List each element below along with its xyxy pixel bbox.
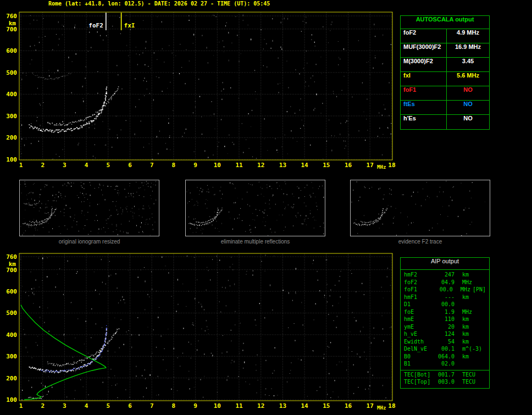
aip-row-label: Ewidth <box>404 339 435 346</box>
svg-text:300: 300 <box>6 353 17 360</box>
aip-row-unit: km <box>462 353 469 361</box>
thumbnail-evidence-f2-trace <box>350 180 490 236</box>
svg-text:1: 1 <box>19 162 23 169</box>
thumbnail-evidence-f2-trace-canvas <box>351 180 490 236</box>
autoscala-row-value: NO <box>447 115 489 129</box>
aip-row-label: TEC[Bot] <box>404 372 435 379</box>
aip-row-unit: km <box>462 316 469 324</box>
aip-row-label: DelN_vE <box>404 346 435 353</box>
aip-row-ewidth: Ewidth 54 km <box>401 339 489 346</box>
svg-text:18: 18 <box>388 162 395 169</box>
autoscala-row-muf3000f2: MUF(3000)F2 16.9 MHz <box>401 43 489 58</box>
svg-text:9: 9 <box>193 162 197 169</box>
aip-row-foe: foE 1.9 MHz <box>401 309 489 317</box>
aip-row-label: foE <box>404 309 435 317</box>
svg-text:300: 300 <box>6 113 17 120</box>
svg-text:fxI: fxI <box>124 22 135 29</box>
svg-text:12: 12 <box>257 402 264 410</box>
aip-row-label: D1 <box>404 301 435 309</box>
thumbnail-original-ionogram <box>19 180 159 236</box>
svg-text:11: 11 <box>235 162 243 169</box>
autoscala-row-value: NO <box>447 86 489 100</box>
aip-row-b0: B0 064.0 km <box>401 353 489 361</box>
aip-row-label: h_vE <box>404 331 435 339</box>
aip-row-b1: B1 02.0 <box>401 361 489 368</box>
autoscala-panel-title: AUTOSCALA output <box>401 16 489 29</box>
aip-row-label: B1 <box>404 361 435 368</box>
svg-text:7: 7 <box>150 162 154 169</box>
aip-row-value: 00.0 <box>434 286 453 294</box>
svg-text:15: 15 <box>323 162 330 169</box>
svg-text:MHz: MHz <box>377 164 386 170</box>
aip-row-label: foF1 <box>404 286 434 294</box>
aip-row-tec-bot: TEC[Bot] 001.7 TECU <box>401 372 489 379</box>
aip-row-delnve: DelN_vE 00.1 m^(-3) <box>401 346 489 353</box>
thumbnail-eliminate-reflections-canvas <box>186 180 325 236</box>
aip-row-value: 064.0 <box>435 353 455 361</box>
svg-text:10: 10 <box>214 402 221 410</box>
aip-row-hme: hmE 110 km <box>401 316 489 324</box>
svg-text:6: 6 <box>128 162 132 169</box>
aip-row-label: ymE <box>404 324 435 331</box>
aip-row-unit: km <box>462 272 469 279</box>
svg-text:100: 100 <box>6 156 17 163</box>
autoscala-row-value: 3.45 <box>447 58 489 71</box>
svg-text:600: 600 <box>6 288 17 295</box>
autoscala-row-label: h'Es <box>401 115 447 129</box>
svg-text:200: 200 <box>6 134 17 141</box>
svg-text:17: 17 <box>367 402 374 410</box>
svg-text:km: km <box>9 20 16 27</box>
svg-text:4: 4 <box>85 162 88 169</box>
thumbnail-caption-original: original ionogram resized <box>19 239 159 245</box>
autoscala-row-m3000f2: M(3000)F2 3.45 <box>401 58 489 72</box>
aip-row-hmf2: hmF2 247 km <box>401 272 489 279</box>
aip-row-value: 02.0 <box>435 361 455 368</box>
thumbnail-original-ionogram-canvas <box>20 180 159 236</box>
aip-row-d1: D1 00.0 <box>401 301 489 309</box>
aip-row-fof2: foF2 04.9 MHz <box>401 279 489 287</box>
aip-row-label: hmF1 <box>404 294 435 302</box>
autoscala-row-label: foF1 <box>401 86 447 100</box>
aip-row-unit: MHz <box>462 309 472 317</box>
autoscala-row-label: foF2 <box>401 29 447 43</box>
svg-text:2: 2 <box>41 402 45 410</box>
aip-row-hmf1: hmF1 --- km <box>401 294 489 302</box>
svg-text:14: 14 <box>301 162 308 169</box>
svg-text:16: 16 <box>345 402 352 410</box>
aip-row-label: hmE <box>404 316 435 324</box>
svg-text:600: 600 <box>6 47 17 54</box>
svg-text:9: 9 <box>193 402 197 410</box>
autoscala-row-value: 4.9 MHz <box>447 29 489 43</box>
svg-text:5: 5 <box>106 162 110 169</box>
svg-text:15: 15 <box>323 402 330 410</box>
aip-row-value: 247 <box>435 272 455 279</box>
svg-text:13: 13 <box>279 402 286 410</box>
aip-row-value: 20 <box>435 324 455 331</box>
autoscala-row-value: 16.9 MHz <box>447 43 489 57</box>
aip-row-value: 00.0 <box>435 301 455 309</box>
svg-text:3: 3 <box>63 162 66 169</box>
svg-text:17: 17 <box>367 162 374 169</box>
svg-text:3: 3 <box>63 402 66 410</box>
aip-row-unit: km <box>462 339 469 346</box>
svg-text:400: 400 <box>6 91 17 98</box>
svg-text:14: 14 <box>301 402 308 410</box>
svg-text:foF2: foF2 <box>88 22 103 29</box>
autoscala-row-fof1: foF1 NO <box>401 86 489 101</box>
autoscala-row-label: ftEs <box>401 101 447 114</box>
autoscala-row-fxi: fxI 5.6 MHz <box>401 72 489 86</box>
autoscala-row-label: fxI <box>401 72 447 86</box>
autoscaled-ionogram-plot: 760700600500400300200100km12345678910111… <box>0 8 398 173</box>
svg-text:2: 2 <box>41 162 45 169</box>
aip-row-tec-top: TEC[Top] 003.0 TECU <box>401 379 489 386</box>
autoscala-row-label: M(3000)F2 <box>401 58 447 71</box>
svg-text:4: 4 <box>85 402 88 410</box>
autoscala-row-fof2: foF2 4.9 MHz <box>401 29 489 43</box>
aip-row-value: 1.9 <box>435 309 455 317</box>
aip-tec-separator <box>401 370 489 370</box>
svg-text:MHz: MHz <box>377 405 386 411</box>
autoscala-row-label: MUF(3000)F2 <box>401 43 447 57</box>
aip-row-value: 110 <box>435 316 455 324</box>
svg-text:13: 13 <box>279 162 286 169</box>
svg-text:km: km <box>9 261 16 268</box>
